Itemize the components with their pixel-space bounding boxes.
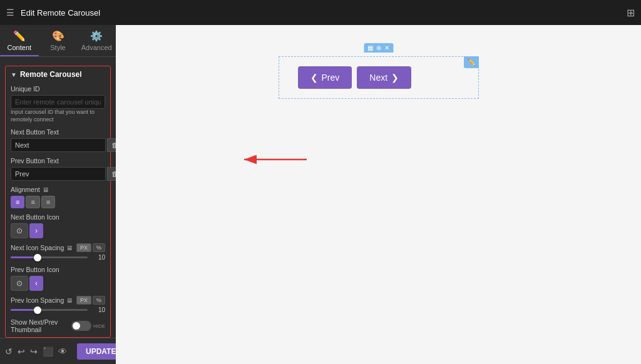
show-thumbnail-toggle[interactable] xyxy=(71,321,91,331)
next-icon-spacing-header: Next Icon Spacing 🖥 PX % xyxy=(11,243,105,252)
align-left-button[interactable]: ≡ xyxy=(11,196,24,208)
responsive-icon[interactable]: ⬛ xyxy=(43,346,53,356)
next-spacing-monitor-icon: 🖥 xyxy=(66,245,73,251)
alignment-monitor-icon: 🖥 xyxy=(43,186,49,193)
sidebar: ✏️ Content 🎨 Style ⚙️ Advanced ▼ Remote … xyxy=(0,25,116,364)
redo-icon[interactable]: ↪ xyxy=(30,346,38,356)
next-button-icon-label: Next Button Icon xyxy=(11,213,105,221)
widget-grid-icon: ▦ xyxy=(367,44,373,51)
prev-spacing-slider[interactable] xyxy=(11,309,88,311)
align-center-button[interactable]: ≡ xyxy=(26,196,39,208)
section-header[interactable]: ▼ Remote Carousel xyxy=(11,70,105,79)
next-spacing-units: PX % xyxy=(76,243,105,252)
next-spacing-value: 10 xyxy=(93,254,105,261)
main-layout: ✏️ Content 🎨 Style ⚙️ Advanced ▼ Remote … xyxy=(0,25,641,364)
remote-carousel-section: ▼ Remote Carousel Unique ID Input carous… xyxy=(5,66,111,338)
next-button-text-clear[interactable]: 🗑 xyxy=(107,138,116,152)
update-button[interactable]: UPDATE xyxy=(77,343,116,360)
next-button-text-row: Next Button Text 🗑 xyxy=(11,128,105,152)
advanced-tab-icon: ⚙️ xyxy=(90,30,103,42)
next-chevron-icon: ❯ xyxy=(391,73,399,83)
content-tab-icon: ✏️ xyxy=(13,30,26,42)
top-bar: ☰ Edit Remote Carousel ⊞ xyxy=(0,0,641,25)
red-arrow-indicator xyxy=(238,150,313,171)
prev-icon-selector: ⊙ ‹ xyxy=(11,276,105,291)
section-arrow-icon: ▼ xyxy=(11,71,17,78)
prev-button-icon-label: Prev Button Icon xyxy=(11,266,105,273)
sidebar-content: ▼ Remote Carousel Unique ID Input carous… xyxy=(0,57,116,338)
prev-button-text-label: Prev Button Text xyxy=(11,157,105,164)
bottom-bar: ↺ ↩ ↪ ⬛ 👁 UPDATE ▼ xyxy=(0,338,116,364)
hide-label: HIDE xyxy=(93,323,105,329)
widget-move-icon[interactable]: ⊕ xyxy=(376,44,381,51)
next-spacing-pct-btn[interactable]: % xyxy=(93,243,105,252)
next-button-text-input-group: 🗑 xyxy=(11,138,105,152)
next-spacing-slider-row: 10 xyxy=(11,254,105,261)
prev-spacing-units: PX % xyxy=(76,296,105,305)
alignment-label: Alignment 🖥 xyxy=(11,186,105,193)
next-spacing-px-btn[interactable]: PX xyxy=(76,243,91,252)
widget-close-icon[interactable]: ✕ xyxy=(384,44,389,51)
next-button-text-input[interactable] xyxy=(11,138,106,152)
unique-id-label: Unique ID xyxy=(11,85,105,93)
show-thumbnail-row: Show Next/Prev Thumbnail HIDE xyxy=(11,318,105,333)
carousel-buttons-preview: ❮ Prev Next ❯ xyxy=(298,66,459,89)
widget-container: ▦ ⊕ ✕ ✏️ ❮ Prev Next ❯ xyxy=(279,56,479,99)
prev-carousel-button[interactable]: ❮ Prev xyxy=(298,66,352,89)
alignment-row: Alignment 🖥 ≡ ≡ ≡ xyxy=(11,186,105,208)
widget-edit-button[interactable]: ✏️ xyxy=(464,56,479,68)
section-title: Remote Carousel xyxy=(20,70,82,79)
prev-spacing-value: 10 xyxy=(93,306,105,313)
next-button-icon-row: Next Button Icon ⊙ › xyxy=(11,213,105,238)
tab-content[interactable]: ✏️ Content xyxy=(0,25,39,56)
next-spacing-slider[interactable] xyxy=(11,256,88,258)
undo-icon[interactable]: ↩ xyxy=(18,346,25,356)
grid-icon[interactable]: ⊞ xyxy=(627,7,635,19)
eye-icon[interactable]: 👁 xyxy=(58,346,67,356)
prev-spacing-pct-btn[interactable]: % xyxy=(93,296,105,305)
prev-button-preview-label: Prev xyxy=(322,73,340,83)
prev-icon-spacing-label: Prev Icon Spacing 🖥 xyxy=(11,296,73,304)
history-icon[interactable]: ↺ xyxy=(5,346,13,356)
tab-advanced[interactable]: ⚙️ Advanced xyxy=(77,25,116,56)
prev-spacing-slider-row: 10 xyxy=(11,306,105,313)
prev-icon-spacing-row: Prev Icon Spacing 🖥 PX % 10 xyxy=(11,296,105,313)
canvas-area: ‹ ▦ ⊕ ✕ ✏️ xyxy=(116,25,641,364)
next-carousel-button[interactable]: Next ❯ xyxy=(357,66,411,89)
menu-icon[interactable]: ☰ xyxy=(6,8,14,18)
unique-id-input[interactable] xyxy=(11,95,105,109)
alignment-group: ≡ ≡ ≡ xyxy=(11,196,105,208)
tab-style[interactable]: 🎨 Style xyxy=(39,25,78,56)
unique-id-row: Unique ID Input carousel ID that you wan… xyxy=(11,85,105,123)
widget-top-bar: ▦ ⊕ ✕ xyxy=(364,43,393,53)
tab-style-label: Style xyxy=(50,44,65,51)
prev-spacing-px-btn[interactable]: PX xyxy=(76,296,91,305)
page-title: Edit Remote Carousel xyxy=(21,8,620,18)
prev-icon-spacing-header: Prev Icon Spacing 🖥 PX % xyxy=(11,296,105,305)
tab-bar: ✏️ Content 🎨 Style ⚙️ Advanced xyxy=(0,25,116,57)
next-icon-selector: ⊙ › xyxy=(11,223,105,238)
next-button-preview-label: Next xyxy=(369,73,387,83)
style-tab-icon: 🎨 xyxy=(52,30,64,42)
prev-button-text-input[interactable] xyxy=(11,167,106,181)
toggle-knob xyxy=(73,322,80,330)
next-icon-spacing-row: Next Icon Spacing 🖥 PX % 10 xyxy=(11,243,105,261)
next-icon-none-button[interactable]: ⊙ xyxy=(11,223,28,238)
tab-content-label: Content xyxy=(8,44,32,51)
tab-advanced-label: Advanced xyxy=(81,44,112,51)
prev-icon-none-button[interactable]: ⊙ xyxy=(11,276,28,291)
show-thumbnail-label: Show Next/Prev Thumbnail xyxy=(11,318,71,333)
prev-button-text-input-group: 🗑 xyxy=(11,167,105,181)
prev-icon-arrow-button[interactable]: ‹ xyxy=(29,276,43,291)
prev-button-text-clear[interactable]: 🗑 xyxy=(107,167,116,181)
unique-id-hint: Input carousel ID that you want to remot… xyxy=(11,109,105,123)
prev-spacing-monitor-icon: 🖥 xyxy=(66,297,73,304)
prev-chevron-icon: ❮ xyxy=(310,73,318,83)
next-icon-arrow-button[interactable]: › xyxy=(29,223,43,238)
align-right-button[interactable]: ≡ xyxy=(41,196,55,208)
next-icon-spacing-label: Next Icon Spacing 🖥 xyxy=(11,244,73,251)
prev-button-text-row: Prev Button Text 🗑 xyxy=(11,157,105,181)
prev-button-icon-row: Prev Button Icon ⊙ ‹ xyxy=(11,266,105,291)
next-button-text-label: Next Button Text xyxy=(11,128,105,136)
